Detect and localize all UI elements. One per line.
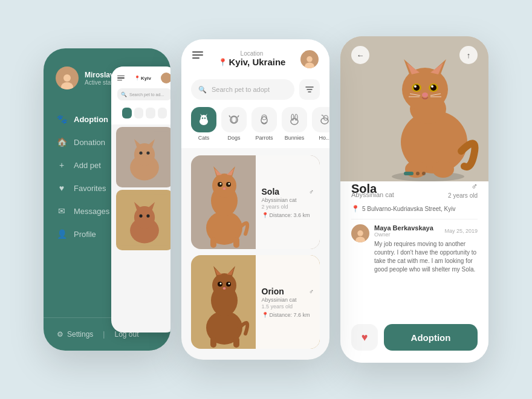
svg-line-30 (238, 115, 239, 117)
mini-pet-cards (111, 125, 170, 253)
nav-label-donation: Donation (74, 138, 105, 147)
svg-point-81 (422, 92, 428, 97)
pet-card-orion[interactable]: Orion ♂ Abyssinian cat 1.5 years old 📍 D… (191, 255, 320, 349)
category-parrots[interactable]: Parrots (251, 107, 277, 141)
svg-point-54 (212, 273, 236, 297)
nav-label-favorites: Favorites (74, 184, 106, 193)
svg-point-15 (146, 215, 149, 218)
back-button[interactable]: ← (351, 46, 369, 64)
adoption-button[interactable]: Adoption (384, 324, 478, 351)
nav-label-profile: Profile (74, 230, 96, 239)
mini-menu-icon (117, 76, 125, 81)
detail-age: 2 years old (448, 192, 478, 199)
sola-distance: 📍 Distance: 3.6 km (262, 212, 314, 218)
mini-search-bar: 🔍 Search pet to ad... (117, 88, 170, 100)
owner-section: Maya Berkavskaya Owner May 25, 2019 My j… (351, 219, 478, 279)
category-bunnies[interactable]: Bunnies (282, 107, 307, 141)
categories-row: Cats Dogs (181, 107, 329, 148)
category-dogs[interactable]: Dogs (221, 107, 247, 141)
svg-point-79 (414, 85, 417, 88)
dot-3 (422, 172, 426, 175)
svg-point-88 (357, 230, 363, 236)
home-icon: 🏠 (57, 137, 66, 147)
detail-pet-name-row: Sola Abyssinian cat ♂ 2 years old (351, 181, 478, 199)
mini-cat-1 (134, 108, 144, 118)
nav-label-messages: Messages (74, 207, 109, 216)
category-cats[interactable]: Cats (191, 107, 216, 141)
mini-pet-card-1 (116, 127, 170, 187)
orion-age: 1.5 years old (262, 303, 314, 310)
image-dots (404, 172, 426, 175)
detail-breed: Abyssinian cat (351, 191, 394, 198)
sola-name: Sola (262, 187, 280, 196)
search-bar: 🔍 Search pet to adopt (181, 76, 329, 107)
owner-role: Owner (374, 232, 433, 238)
detail-left: Sola Abyssinian cat (351, 182, 394, 198)
svg-point-17 (305, 62, 314, 68)
mini-cat-2 (146, 108, 155, 118)
heart-favorite-icon: ♥ (362, 331, 368, 344)
horses-icon-wrap (312, 107, 329, 132)
sola-name-row: Sola ♂ (262, 187, 314, 196)
owner-name: Maya Berkavskaya (374, 224, 433, 232)
sola-age: 2 years old (262, 204, 314, 210)
search-input-wrap[interactable]: 🔍 Search pet to adopt (191, 79, 294, 100)
svg-point-0 (63, 74, 71, 82)
svg-point-7 (139, 152, 142, 155)
main-list-screen: Location 📍 Kyiv, Ukraine 🔍 Search pet to… (181, 39, 329, 360)
mini-search-text: Search pet to ad... (129, 92, 164, 97)
location-pin-icon: 📍 (218, 58, 227, 66)
back-arrow-icon: ← (357, 51, 365, 60)
search-placeholder: Search pet to adopt (212, 86, 270, 93)
bunnies-icon-wrap (282, 107, 307, 132)
category-horses[interactable]: Ho... (312, 107, 329, 141)
screens-container: Miroslava Savitskaya Active status 🐾 Ado… (31, 18, 501, 381)
svg-point-63 (223, 287, 226, 290)
location-label: Location (218, 50, 286, 57)
favorite-button[interactable]: ♥ (351, 324, 378, 351)
mini-overlay-header: 📍 Kyiv 🔍 Search pet to ad... (111, 66, 170, 125)
svg-rect-64 (210, 337, 216, 348)
detail-actions: ♥ Adoption (351, 320, 478, 351)
share-icon: ↑ (467, 51, 471, 60)
svg-point-80 (431, 85, 433, 88)
svg-point-26 (204, 117, 206, 118)
svg-point-49 (223, 187, 226, 190)
mini-pet-card-2 (116, 190, 170, 250)
dogs-label: Dogs (227, 135, 240, 141)
sola-gender: ♂ (309, 188, 314, 195)
owner-avatar (351, 224, 369, 242)
svg-marker-23 (200, 114, 203, 116)
filter-button[interactable] (299, 79, 320, 100)
header-location: Location 📍 Kyiv, Ukraine (218, 50, 286, 67)
footer-divider: | (103, 330, 105, 339)
address-text: 5 Bulvarno-Kudriavska Street, Kyiv (362, 206, 456, 212)
svg-rect-51 (233, 237, 239, 248)
svg-rect-50 (210, 237, 216, 248)
pet-card-sola[interactable]: Sola ♂ Abyssinian cat 2 years old 📍 Dist… (191, 155, 320, 249)
svg-point-25 (202, 117, 203, 118)
owner-message: My job requires moving to another countr… (374, 240, 478, 274)
hamburger-menu-button[interactable] (192, 50, 203, 59)
mini-overlay-phone: 📍 Kyiv 🔍 Search pet to ad... (111, 66, 170, 332)
svg-point-48 (229, 183, 230, 185)
mini-cat-3 (158, 108, 167, 118)
dot-1 (404, 172, 414, 175)
detail-content: Sola Abyssinian cat ♂ 2 years old 📍 5 Bu… (340, 169, 488, 363)
mini-cat-active (122, 108, 132, 118)
nav-label-add-pet: Add pet (74, 161, 101, 170)
search-icon: 🔍 (198, 86, 207, 94)
settings-link[interactable]: ⚙ Settings (57, 330, 93, 339)
svg-point-16 (307, 56, 313, 62)
address-pin-icon: 📍 (351, 205, 360, 213)
svg-point-47 (220, 183, 222, 185)
heart-icon: ♥ (57, 183, 66, 193)
mini-avatar (161, 73, 170, 83)
detail-address: 📍 5 Bulvarno-Kudriavska Street, Kyiv (351, 205, 478, 213)
owner-info: Maya Berkavskaya Owner May 25, 2019 My j… (374, 224, 478, 274)
svg-point-36 (321, 118, 328, 124)
share-button[interactable]: ↑ (459, 46, 478, 64)
parrots-icon-wrap (251, 107, 277, 132)
gear-icon: ⚙ (57, 330, 63, 339)
svg-point-8 (146, 152, 149, 155)
